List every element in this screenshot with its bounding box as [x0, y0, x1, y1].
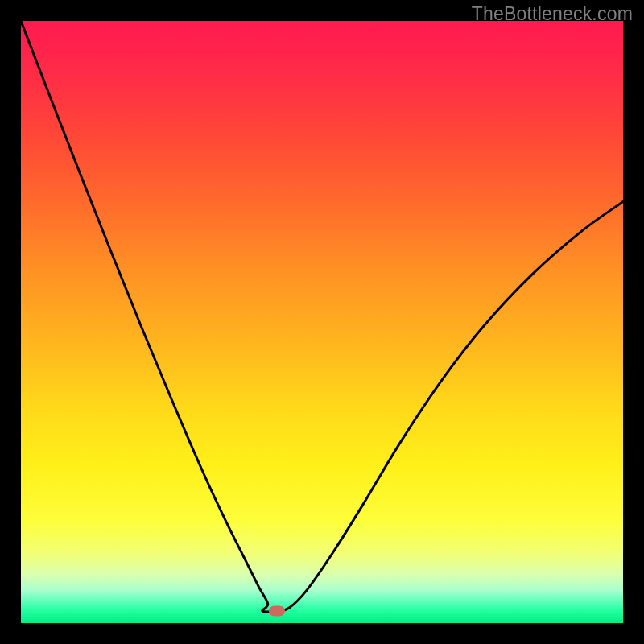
- plot-area: [21, 21, 623, 623]
- watermark-text: TheBottleneck.com: [472, 3, 633, 25]
- chart-frame: TheBottleneck.com: [0, 0, 644, 644]
- background-gradient: [21, 21, 623, 623]
